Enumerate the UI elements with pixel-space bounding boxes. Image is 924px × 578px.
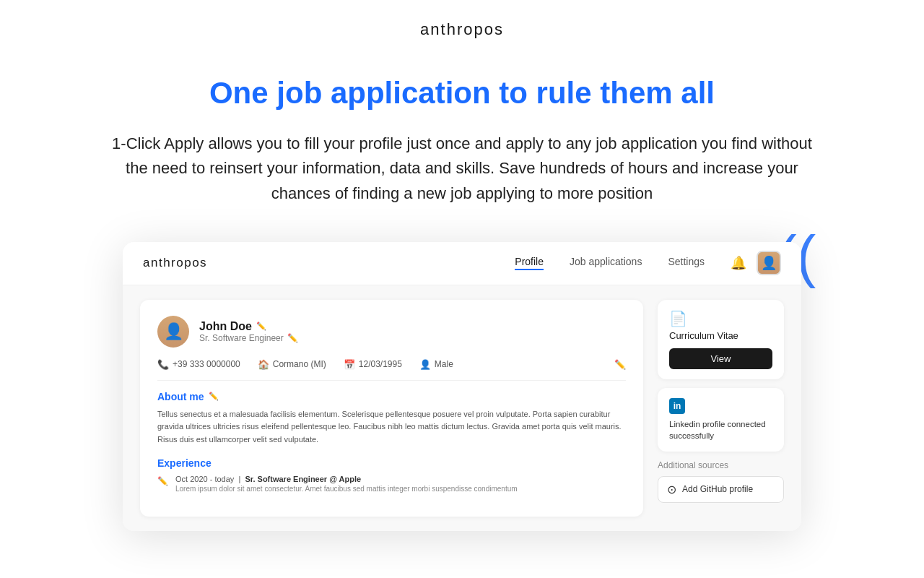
meta-dob: 📅 12/03/1995 bbox=[344, 359, 402, 370]
linkedin-icon: in bbox=[669, 398, 685, 414]
bell-icon[interactable]: 🔔 bbox=[731, 255, 746, 271]
cv-icon: 📄 bbox=[669, 310, 772, 327]
nav-link-settings[interactable]: Settings bbox=[668, 256, 705, 270]
top-header: anthropos bbox=[0, 0, 924, 46]
meta-edit-icon[interactable]: ✏️ bbox=[614, 359, 626, 370]
cv-card: 📄 Curriculum Vitae View bbox=[658, 300, 784, 379]
side-panel: 📄 Curriculum Vitae View in Linkedin prof… bbox=[658, 300, 784, 517]
location-icon: 🏠 bbox=[258, 359, 269, 370]
app-screenshot-wrapper: )) anthropos Profile Job applications Se… bbox=[101, 242, 823, 531]
profile-name-block: John Doe ✏️ Sr. Software Engineer ✏️ bbox=[199, 320, 298, 343]
hero-title: One job application to rule them all bbox=[108, 75, 816, 111]
exp-item: ✏️ Oct 2020 - today | Sr. Software Engin… bbox=[157, 475, 626, 493]
exp-desc: Lorem ipsum dolor sit amet consectetur. … bbox=[175, 485, 518, 493]
profile-meta: 📞 +39 333 0000000 🏠 Cormano (MI) 📅 12/03… bbox=[157, 359, 626, 381]
profile-title: Sr. Software Engineer ✏️ bbox=[199, 333, 298, 343]
profile-header: 👤 John Doe ✏️ Sr. Software Engineer ✏️ bbox=[157, 316, 626, 348]
meta-phone: 📞 +39 333 0000000 bbox=[157, 359, 240, 370]
meta-gender: 👤 Male bbox=[419, 359, 453, 370]
brand-logo: anthropos bbox=[420, 20, 504, 38]
exp-edit-icon[interactable]: ✏️ bbox=[157, 476, 168, 486]
additional-sources-label: Additional sources bbox=[658, 460, 784, 470]
app-nav: anthropos Profile Job applications Setti… bbox=[123, 242, 801, 285]
profile-name: John Doe ✏️ bbox=[199, 320, 298, 333]
calendar-icon: 📅 bbox=[344, 359, 355, 370]
profile-card: 👤 John Doe ✏️ Sr. Software Engineer ✏️ bbox=[140, 300, 643, 517]
additional-sources-section: Additional sources ⊙ Add GitHub profile bbox=[658, 460, 784, 503]
linkedin-card: in Linkedin profile connected successful… bbox=[658, 388, 784, 452]
view-cv-button[interactable]: View bbox=[669, 348, 772, 369]
app-nav-links: Profile Job applications Settings bbox=[515, 256, 705, 270]
profile-avatar: 👤 bbox=[157, 316, 189, 348]
meta-location: 🏠 Cormano (MI) bbox=[258, 359, 326, 370]
nav-link-job-applications[interactable]: Job applications bbox=[570, 256, 642, 270]
app-nav-actions: 🔔 👤 bbox=[731, 251, 781, 275]
experience-title: Experience bbox=[157, 457, 626, 469]
app-content: 👤 John Doe ✏️ Sr. Software Engineer ✏️ bbox=[123, 285, 801, 531]
phone-icon: 📞 bbox=[157, 359, 169, 370]
experience-section: ✏️ Oct 2020 - today | Sr. Software Engin… bbox=[157, 475, 626, 493]
about-edit-icon[interactable]: ✏️ bbox=[209, 392, 219, 401]
avatar-face: 👤 bbox=[758, 252, 780, 274]
cv-label: Curriculum Vitae bbox=[669, 330, 772, 341]
nav-link-profile[interactable]: Profile bbox=[515, 256, 544, 270]
hero-description: 1-Click Apply allows you to fill your pr… bbox=[108, 131, 816, 205]
profile-title-edit-icon[interactable]: ✏️ bbox=[287, 333, 298, 343]
about-me-body: Tellus senectus et a malesuada facilisis… bbox=[157, 408, 626, 447]
about-me-title: About me ✏️ bbox=[157, 391, 626, 402]
person-icon: 👤 bbox=[419, 359, 431, 370]
user-avatar-button[interactable]: 👤 bbox=[757, 251, 781, 275]
app-nav-brand: anthropos bbox=[143, 256, 207, 270]
profile-name-edit-icon[interactable]: ✏️ bbox=[256, 322, 266, 331]
github-icon: ⊙ bbox=[667, 483, 676, 496]
linkedin-label: Linkedin profile connected successfully bbox=[669, 418, 772, 441]
hero-section: One job application to rule them all 1-C… bbox=[65, 46, 859, 220]
app-window: anthropos Profile Job applications Setti… bbox=[123, 242, 801, 531]
add-github-button[interactable]: ⊙ Add GitHub profile bbox=[658, 476, 784, 503]
exp-period: Oct 2020 - today | Sr. Software Engineer… bbox=[175, 475, 518, 483]
